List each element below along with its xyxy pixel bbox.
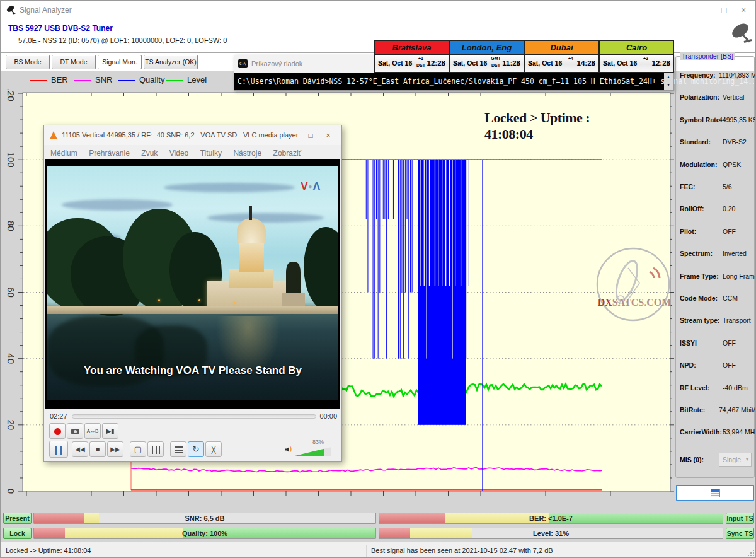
present-button[interactable]: Present bbox=[3, 513, 32, 524]
tab-ts-analyzer[interactable]: TS Analyzer (OK) bbox=[144, 55, 198, 69]
playlist-button[interactable] bbox=[170, 441, 186, 457]
close-button[interactable]: × bbox=[734, 3, 753, 17]
legend-line-quality bbox=[118, 80, 135, 81]
transponder-title: Transponder [BS] bbox=[680, 52, 735, 60]
device-info: 57.0E - NSS 12 (ID: 0570) @ LOF1: 100000… bbox=[18, 37, 227, 44]
vlc-cone-icon bbox=[50, 131, 57, 139]
field-value: 53,994 MHz bbox=[723, 428, 756, 436]
legend-label-snr: SNR bbox=[95, 75, 112, 84]
menu-subtitles[interactable]: Titulky bbox=[200, 149, 222, 158]
clock-city: London, Eng bbox=[450, 41, 524, 55]
console-body[interactable]: C:\Users\Roman Dávid>NSS 12-57°E_East Af… bbox=[234, 73, 673, 90]
ber-meter: BER: <1.0E-7 bbox=[379, 513, 723, 524]
clock-dubai: Dubai Sat, Oct 16 +4 14:28 bbox=[524, 40, 599, 73]
extended-settings-button[interactable] bbox=[147, 441, 164, 457]
level-value: Level: 31% bbox=[379, 530, 723, 537]
video-subtitle: You are Watching VOA TV Please Stand By bbox=[47, 364, 338, 377]
vlc-video-area[interactable]: V●Λ You are Watching VOA TV Please Stand… bbox=[45, 159, 340, 409]
mis-select[interactable]: Single ▾ bbox=[719, 453, 752, 467]
clock-cairo: Cairo Sat, Oct 16 +2 12:28 bbox=[599, 40, 674, 73]
app-icon bbox=[6, 5, 16, 15]
console-scrollbar[interactable]: ▲ ▼ bbox=[664, 73, 673, 90]
input-ts-button[interactable]: Input TS bbox=[726, 513, 754, 524]
vlc-minimize-button[interactable]: – bbox=[285, 129, 301, 142]
svg-text:80: 80 bbox=[6, 221, 16, 231]
field-value: 74,467 Mbit/s bbox=[719, 406, 756, 414]
clock-tz: GMT bbox=[489, 56, 503, 61]
field-value: DVB-S2 bbox=[723, 138, 747, 146]
mis-value: Single bbox=[723, 456, 741, 463]
field-value: Long Frame bbox=[723, 272, 756, 280]
fullscreen-button[interactable]: ▢ bbox=[130, 441, 146, 457]
svg-text:40: 40 bbox=[6, 353, 16, 364]
maximize-button[interactable]: □ bbox=[714, 3, 733, 17]
previous-button[interactable]: ◀◀ bbox=[72, 441, 88, 457]
legend-label-level: Level bbox=[187, 75, 207, 84]
field-label: Stream type: bbox=[680, 317, 720, 324]
stop-button[interactable]: ■ bbox=[89, 441, 106, 457]
scroll-up-icon[interactable]: ▲ bbox=[664, 73, 673, 81]
vlc-title-bar[interactable]: 11105 Vertical 44995,35 / RF: -40 SNR: 6… bbox=[44, 125, 341, 145]
frame-by-frame-button[interactable]: ▶▮ bbox=[102, 423, 118, 439]
lock-button[interactable]: Lock bbox=[3, 528, 32, 539]
clock-london: London, Eng Sat, Oct 16 GMT DST 11:28 bbox=[449, 40, 524, 73]
tab-dt-mode[interactable]: DT Mode bbox=[52, 55, 96, 69]
ts-info-button[interactable] bbox=[676, 485, 754, 501]
menu-audio[interactable]: Zvuk bbox=[141, 149, 158, 158]
minimize-button[interactable]: – bbox=[694, 3, 713, 17]
menu-tools[interactable]: Nástroje bbox=[233, 149, 261, 158]
ab-loop-button[interactable]: A↔B bbox=[84, 423, 101, 439]
svg-text:60: 60 bbox=[6, 287, 16, 298]
shuffle-button[interactable]: ╳ bbox=[205, 441, 222, 457]
capitol-dome bbox=[237, 218, 266, 244]
chevron-down-icon: ▾ bbox=[746, 453, 748, 466]
status-best-signal: Best signal has been seen at 2021-10-15 … bbox=[371, 547, 553, 554]
field-value: 0.20 bbox=[723, 205, 735, 212]
legend-line-ber bbox=[30, 80, 47, 81]
snapshot-button[interactable] bbox=[67, 423, 83, 439]
dxsatcs-watermark-logo bbox=[594, 245, 672, 323]
cmd-icon: C:\ bbox=[238, 59, 248, 68]
field-label: FEC: bbox=[680, 183, 696, 190]
clock-body: Sat, Oct 16 GMT DST 11:28 bbox=[450, 55, 524, 72]
vlc-close-button[interactable]: × bbox=[320, 129, 336, 142]
snr-value: SNR: 6,5 dB bbox=[34, 514, 375, 522]
clock-time: 14:28 bbox=[577, 59, 595, 67]
field-value: 11104,893 MHz bbox=[719, 71, 756, 79]
field-value: 44995,35 KS/s bbox=[719, 116, 756, 124]
next-button[interactable]: ▶▶ bbox=[107, 441, 123, 457]
vlc-window-title: 11105 Vertical 44995,35 / RF: -40 SNR: 6… bbox=[62, 131, 298, 139]
svg-text:120: 120 bbox=[6, 89, 16, 102]
legend-line-snr bbox=[74, 80, 91, 81]
clock-date: Sat, Oct 16 bbox=[528, 59, 562, 67]
scroll-down-icon[interactable]: ▼ bbox=[664, 81, 673, 90]
tab-signal-mon[interactable]: Signal Mon. bbox=[98, 55, 142, 69]
menu-video[interactable]: Video bbox=[169, 149, 188, 158]
signal-analyzer-window: Signal Analyzer – □ × TBS 5927 USB DVB-S… bbox=[0, 0, 756, 558]
clock-body: Sat, Oct 16 +2 12:28 bbox=[600, 55, 673, 72]
loop-button[interactable]: ↻ bbox=[188, 441, 204, 457]
menu-view[interactable]: Zobraziť bbox=[273, 149, 302, 158]
speaker-icon bbox=[285, 447, 289, 452]
clock-time: 11:28 bbox=[502, 59, 520, 67]
vlc-maximize-button[interactable]: □ bbox=[302, 129, 319, 142]
field-value: OFF bbox=[723, 339, 736, 347]
menu-playback[interactable]: Prehrávanie bbox=[89, 149, 130, 158]
menu-medium[interactable]: Médium bbox=[50, 149, 77, 158]
pause-button[interactable] bbox=[49, 441, 68, 458]
clock-time: 12:28 bbox=[652, 59, 670, 67]
sync-ts-button[interactable]: Sync TS bbox=[726, 528, 754, 539]
level-meter: Level: 31% bbox=[379, 528, 723, 539]
clock-bratislava: Bratislava Sat, Oct 16 +1 DST 12:28 bbox=[374, 40, 449, 73]
tbs-dish-logo bbox=[730, 22, 754, 45]
tab-bs-mode[interactable]: BS Mode bbox=[6, 55, 50, 69]
resize-grip[interactable] bbox=[747, 549, 755, 557]
voa-video-frame: V●Λ You are Watching VOA TV Please Stand… bbox=[47, 166, 338, 400]
record-button[interactable] bbox=[49, 423, 66, 439]
seek-slider[interactable] bbox=[72, 414, 316, 419]
field-label: Modulation: bbox=[680, 161, 717, 168]
clock-tz: +4 bbox=[564, 56, 578, 61]
clock-city: Bratislava bbox=[375, 41, 449, 55]
volume-slider[interactable] bbox=[292, 447, 331, 456]
svg-text:0: 0 bbox=[6, 489, 16, 494]
